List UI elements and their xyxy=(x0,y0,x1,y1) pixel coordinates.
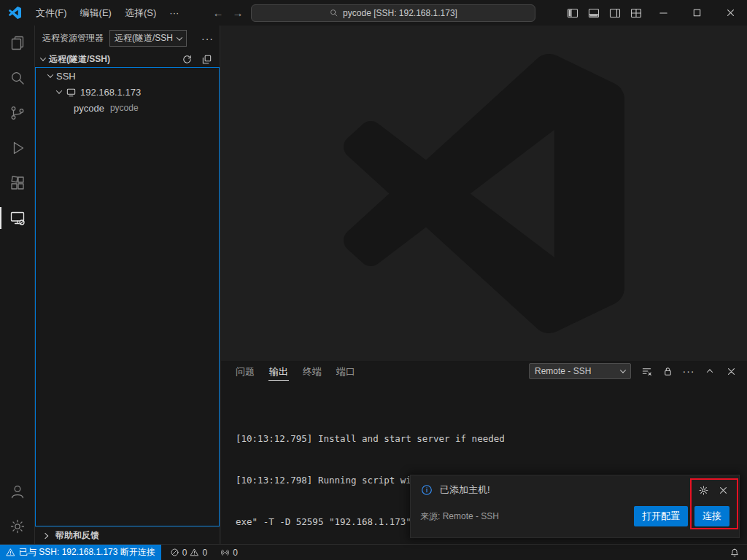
nav-back-icon[interactable]: ← xyxy=(212,7,225,19)
notifications-bell[interactable] xyxy=(722,545,747,560)
tree-item-label: SSH xyxy=(56,71,76,82)
lock-icon[interactable] xyxy=(662,365,673,377)
bell-icon xyxy=(729,548,740,558)
toggle-panel-icon[interactable] xyxy=(583,0,604,26)
remote-status-label: 已与 SSH: 192.168.1.173 断开连接 xyxy=(19,546,155,559)
activity-bar xyxy=(0,26,35,544)
problems-status[interactable]: 0 0 xyxy=(166,545,212,560)
chevron-down-icon xyxy=(37,57,49,61)
tree-item-label: pycode xyxy=(74,103,104,114)
tree-item-description: pycode xyxy=(110,103,139,113)
sidebar-header: 远程资源管理器 远程(隧道/SSH ··· xyxy=(35,26,220,51)
chevron-down-icon xyxy=(44,74,56,78)
editor-area xyxy=(221,26,747,361)
open-config-button[interactable]: 打开配置 xyxy=(634,506,688,526)
statusbar-spacer xyxy=(242,545,722,560)
extensions-icon[interactable] xyxy=(0,166,34,201)
output-channel-label: Remote - SSH xyxy=(535,366,591,376)
titlebar: 文件(F) 编辑(E) 选择(S) ··· ← → pycode [SSH: 1… xyxy=(0,0,747,26)
remote-tree[interactable]: SSH 192.168.1.173 pycode pycode xyxy=(35,67,220,526)
tree-item-label: 192.168.1.173 xyxy=(80,87,141,98)
toggle-secondary-sidebar-icon[interactable] xyxy=(604,0,625,26)
chevron-right-icon xyxy=(39,534,51,538)
ports-count: 0 xyxy=(233,548,238,558)
window-title-searchbox[interactable]: pycode [SSH: 192.168.1.173] xyxy=(251,4,535,22)
vscode-logo xyxy=(0,0,29,26)
broadcast-icon xyxy=(220,548,230,557)
error-count: 0 xyxy=(182,548,187,558)
error-icon xyxy=(170,548,179,557)
sidebar-more-actions-icon[interactable]: ··· xyxy=(201,33,214,44)
tree-item-host[interactable]: 192.168.1.173 xyxy=(36,84,219,100)
output-line: [10:13:12.795] Install and start server … xyxy=(236,432,747,446)
remote-section-label: 远程(隧道/SSH) xyxy=(49,53,110,66)
warning-count: 0 xyxy=(202,548,207,558)
panel-actions: Remote - SSH ··· xyxy=(529,363,737,379)
connect-button[interactable]: 连接 xyxy=(694,506,729,526)
close-panel-icon[interactable] xyxy=(725,365,737,377)
menu-selection[interactable]: 选择(S) xyxy=(118,0,163,26)
remote-explorer-sidebar: 远程资源管理器 远程(隧道/SSH ··· 远程(隧道/SSH) SSH xyxy=(35,26,220,544)
tab-problems[interactable]: 问题 xyxy=(228,362,262,381)
menu-file[interactable]: 文件(F) xyxy=(29,0,74,26)
notification-actions: 来源: Remote - SSH 打开配置 连接 xyxy=(411,499,739,526)
tree-item-folder[interactable]: pycode pycode xyxy=(36,100,219,116)
run-debug-icon[interactable] xyxy=(0,131,34,166)
panel-more-actions-icon[interactable]: ··· xyxy=(683,365,694,377)
maximize-button[interactable] xyxy=(680,0,713,26)
command-center: ← → pycode [SSH: 192.168.1.173] xyxy=(212,0,535,26)
menu-edit[interactable]: 编辑(E) xyxy=(74,0,118,26)
tab-ports[interactable]: 端口 xyxy=(329,362,363,381)
toggle-sidebar-icon[interactable] xyxy=(562,0,583,26)
search-icon xyxy=(329,8,338,18)
settings-gear-icon[interactable] xyxy=(0,509,34,544)
vscode-watermark-logo xyxy=(344,53,624,334)
source-control-icon[interactable] xyxy=(0,96,34,131)
vm-icon xyxy=(65,86,77,98)
help-feedback-section[interactable]: 帮助和反馈 xyxy=(35,526,220,544)
refresh-icon[interactable] xyxy=(182,54,193,65)
explorer-icon[interactable] xyxy=(0,26,34,61)
menu-more[interactable]: ··· xyxy=(163,0,185,26)
minimize-button[interactable] xyxy=(646,0,680,26)
notification-source: 来源: Remote - SSH xyxy=(420,510,499,523)
warning-icon xyxy=(6,548,15,557)
tab-output[interactable]: 输出 xyxy=(262,362,295,381)
panel-header: 问题 输出 终端 端口 Remote - SSH ··· xyxy=(221,361,747,381)
notification-title: 已添加主机! xyxy=(440,483,690,497)
notification-settings-gear-icon[interactable] xyxy=(697,483,710,497)
chevron-down-icon xyxy=(620,367,626,373)
ports-status[interactable]: 0 xyxy=(216,545,242,560)
nav-forward-icon[interactable]: → xyxy=(231,7,244,19)
remote-view-picker[interactable]: 远程(隧道/SSH xyxy=(109,30,187,47)
customize-layout-icon[interactable] xyxy=(625,0,646,26)
window-title: pycode [SSH: 192.168.1.173] xyxy=(343,8,457,18)
chevron-down-icon xyxy=(177,34,182,40)
tree-item-ssh[interactable]: SSH xyxy=(36,68,219,84)
sidebar-title: 远程资源管理器 xyxy=(42,32,104,44)
output-channel-select[interactable]: Remote - SSH xyxy=(529,363,631,379)
remote-section-header[interactable]: 远程(隧道/SSH) xyxy=(35,51,220,67)
warning-icon xyxy=(190,548,199,557)
status-bar: 已与 SSH: 192.168.1.173 断开连接 0 0 0 xyxy=(0,544,747,560)
remote-view-picker-label: 远程(隧道/SSH xyxy=(115,32,173,44)
search-icon[interactable] xyxy=(0,61,34,96)
notification-close-icon[interactable] xyxy=(716,483,729,497)
activity-bar-bottom xyxy=(0,474,34,544)
titlebar-controls xyxy=(562,0,747,26)
tab-terminal[interactable]: 终端 xyxy=(295,362,329,381)
help-feedback-label: 帮助和反馈 xyxy=(55,529,99,542)
section-actions xyxy=(182,54,212,65)
clear-output-icon[interactable] xyxy=(640,365,652,377)
remote-explorer-icon[interactable] xyxy=(0,201,34,236)
accounts-icon[interactable] xyxy=(0,474,34,509)
close-window-button[interactable] xyxy=(713,0,747,26)
chevron-down-icon xyxy=(53,90,65,94)
remote-status-indicator[interactable]: 已与 SSH: 192.168.1.173 断开连接 xyxy=(0,545,161,560)
notification-toast: 已添加主机! 来源: Remote - SSH 打开配置 连接 xyxy=(410,475,740,538)
info-icon xyxy=(420,483,433,497)
maximize-panel-icon[interactable] xyxy=(704,365,716,377)
new-window-icon[interactable] xyxy=(201,54,212,65)
notification-header: 已添加主机! xyxy=(411,475,739,499)
